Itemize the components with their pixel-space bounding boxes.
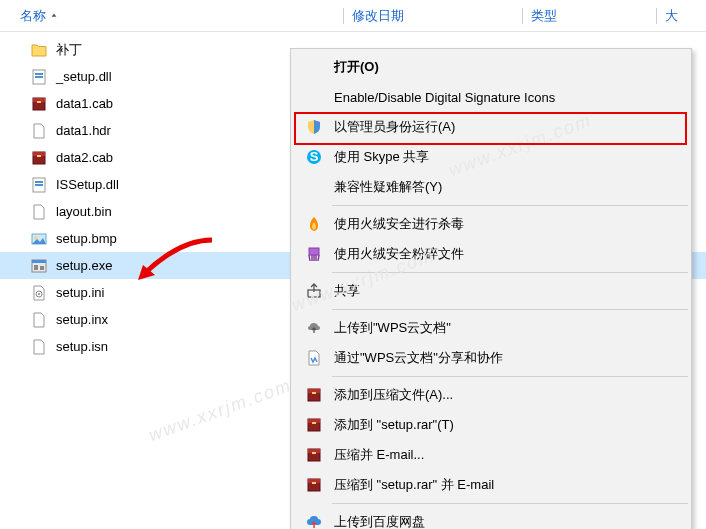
- menu-separator: [332, 205, 688, 206]
- svg-rect-8: [37, 155, 41, 157]
- menu-enable-disable[interactable]: Enable/Disable Digital Signature Icons: [294, 82, 688, 112]
- context-menu: 打开(O) Enable/Disable Digital Signature I…: [290, 48, 692, 529]
- huorong-icon: [304, 214, 324, 234]
- menu-label: 压缩并 E-mail...: [334, 446, 424, 464]
- menu-label: 通过"WPS云文档"分享和协作: [334, 349, 503, 367]
- rar-icon: [304, 445, 324, 465]
- svg-point-19: [38, 293, 40, 295]
- file-name: setup.exe: [56, 258, 112, 273]
- menu-label: Enable/Disable Digital Signature Icons: [334, 90, 555, 105]
- header-date[interactable]: 修改日期: [352, 7, 522, 25]
- file-name: setup.ini: [56, 285, 104, 300]
- menu-rar-email-to[interactable]: 压缩到 "setup.rar" 并 E-mail: [294, 470, 688, 500]
- file-name: _setup.dll: [56, 69, 112, 84]
- cloud-upload-icon: [304, 318, 324, 338]
- svg-text:S: S: [310, 149, 319, 164]
- divider: [343, 8, 344, 24]
- menu-label: 压缩到 "setup.rar" 并 E-mail: [334, 476, 494, 494]
- menu-label: 上传到百度网盘: [334, 513, 425, 529]
- divider: [522, 8, 523, 24]
- menu-label: 使用火绒安全粉碎文件: [334, 245, 464, 263]
- menu-label: 使用火绒安全进行杀毒: [334, 215, 464, 233]
- svg-rect-26: [312, 392, 316, 394]
- header-date-label: 修改日期: [352, 7, 404, 25]
- file-name: layout.bin: [56, 204, 112, 219]
- header-size[interactable]: 大: [665, 7, 706, 25]
- folder-icon: [30, 41, 48, 59]
- dll-icon: [30, 68, 48, 86]
- menu-rar-add-to[interactable]: 添加到 "setup.rar"(T): [294, 410, 688, 440]
- skype-icon: S: [304, 147, 324, 167]
- archive-icon: [30, 149, 48, 167]
- svg-rect-32: [312, 452, 316, 454]
- svg-rect-16: [34, 265, 38, 270]
- file-name: setup.inx: [56, 312, 108, 327]
- divider: [656, 8, 657, 24]
- shield-icon: [304, 117, 324, 137]
- exe-icon: [30, 257, 48, 275]
- file-icon: [30, 338, 48, 356]
- menu-compat-troubleshoot[interactable]: 兼容性疑难解答(Y): [294, 172, 688, 202]
- rar-icon: [304, 385, 324, 405]
- svg-rect-1: [35, 73, 43, 75]
- menu-huorong-shred[interactable]: 使用火绒安全粉碎文件: [294, 239, 688, 269]
- file-icon: [30, 122, 48, 140]
- menu-separator: [332, 272, 688, 273]
- shred-icon: [304, 244, 324, 264]
- svg-rect-5: [37, 101, 41, 103]
- archive-icon: [30, 95, 48, 113]
- file-icon: [30, 311, 48, 329]
- menu-huorong-scan[interactable]: 使用火绒安全进行杀毒: [294, 209, 688, 239]
- menu-run-as-admin[interactable]: 以管理员身份运行(A): [294, 112, 688, 142]
- file-name: setup.isn: [56, 339, 108, 354]
- menu-separator: [332, 309, 688, 310]
- menu-share[interactable]: 共享: [294, 276, 688, 306]
- image-icon: [30, 230, 48, 248]
- file-name: data2.cab: [56, 150, 113, 165]
- menu-separator: [332, 503, 688, 504]
- file-name: setup.bmp: [56, 231, 117, 246]
- blank-icon: [304, 87, 324, 107]
- sort-asc-icon: [50, 12, 58, 20]
- menu-separator: [332, 376, 688, 377]
- wps-doc-icon: [304, 348, 324, 368]
- svg-rect-11: [35, 184, 43, 186]
- menu-label: 打开(O): [334, 58, 379, 76]
- menu-label: 兼容性疑难解答(Y): [334, 178, 442, 196]
- share-icon: [304, 281, 324, 301]
- file-icon: [30, 203, 48, 221]
- file-name: data1.hdr: [56, 123, 111, 138]
- menu-baidu-upload[interactable]: 上传到百度网盘: [294, 507, 688, 529]
- svg-rect-22: [309, 248, 319, 255]
- header-name[interactable]: 名称: [20, 7, 343, 25]
- menu-wps-collab[interactable]: 通过"WPS云文档"分享和协作: [294, 343, 688, 373]
- menu-label: 添加到 "setup.rar"(T): [334, 416, 454, 434]
- header-type[interactable]: 类型: [531, 7, 656, 25]
- menu-label: 使用 Skype 共享: [334, 148, 429, 166]
- menu-label: 上传到"WPS云文档": [334, 319, 451, 337]
- rar-icon: [304, 415, 324, 435]
- column-header: 名称 修改日期 类型 大: [0, 0, 706, 32]
- menu-rar-add[interactable]: 添加到压缩文件(A)...: [294, 380, 688, 410]
- blank-icon: [304, 177, 324, 197]
- menu-rar-email[interactable]: 压缩并 E-mail...: [294, 440, 688, 470]
- rar-icon: [304, 475, 324, 495]
- svg-rect-17: [40, 266, 44, 270]
- menu-label: 添加到压缩文件(A)...: [334, 386, 453, 404]
- menu-label: 以管理员身份运行(A): [334, 118, 455, 136]
- dll-icon: [30, 176, 48, 194]
- svg-rect-35: [312, 482, 316, 484]
- file-name: ISSetup.dll: [56, 177, 119, 192]
- svg-rect-2: [35, 76, 43, 78]
- menu-skype-share[interactable]: S 使用 Skype 共享: [294, 142, 688, 172]
- svg-rect-10: [35, 181, 43, 183]
- svg-rect-15: [32, 260, 46, 263]
- svg-rect-29: [312, 422, 316, 424]
- blank-icon: [304, 57, 324, 77]
- baidu-cloud-icon: [304, 512, 324, 529]
- menu-label: 共享: [334, 282, 360, 300]
- ini-icon: [30, 284, 48, 302]
- file-name: data1.cab: [56, 96, 113, 111]
- menu-wps-upload[interactable]: 上传到"WPS云文档": [294, 313, 688, 343]
- menu-open[interactable]: 打开(O): [294, 52, 688, 82]
